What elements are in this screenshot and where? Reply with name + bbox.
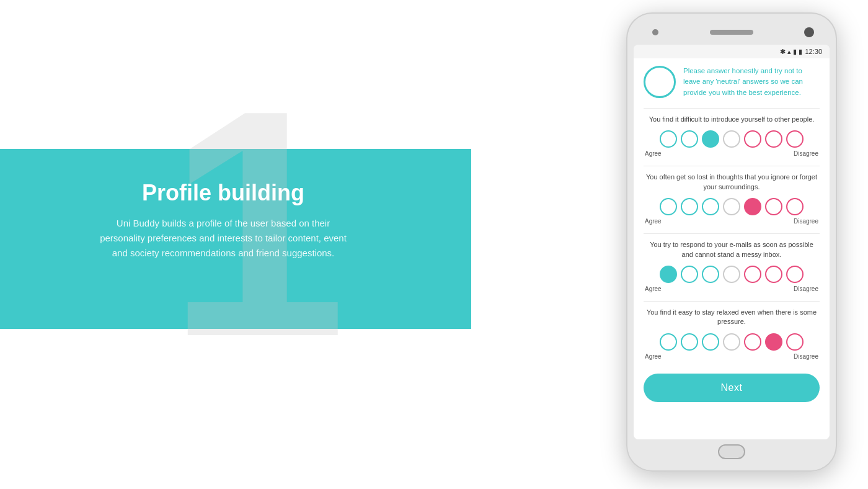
scale-circle-3-7[interactable] [786, 266, 804, 283]
scale-circle-2-1[interactable] [660, 198, 677, 215]
home-button[interactable] [718, 444, 745, 459]
scale-row-4[interactable] [644, 333, 820, 351]
agree-label-1: Agree [645, 150, 662, 157]
scale-circle-1-6[interactable] [765, 130, 782, 148]
scale-circle-3-5[interactable] [744, 266, 761, 283]
panel-description: Uni Buddy builds a profile of the user b… [93, 216, 353, 261]
scale-circle-1-3[interactable] [702, 130, 719, 148]
scale-circle-2-7[interactable] [786, 198, 804, 215]
scale-circle-2-4[interactable] [723, 198, 740, 215]
scale-row-2[interactable] [644, 198, 820, 215]
disagree-label-3: Disagree [794, 285, 818, 292]
scale-circle-3-3[interactable] [702, 266, 719, 283]
screen-content: Please answer honestly and try not to le… [634, 58, 830, 439]
bluetooth-icon: ✱ [780, 48, 786, 56]
scale-circle-3-2[interactable] [681, 266, 698, 283]
scale-circle-2-2[interactable] [681, 198, 698, 215]
speaker-icon [710, 30, 753, 35]
intro-header: Please answer honestly and try not to le… [644, 66, 820, 98]
divider-2 [644, 166, 820, 166]
status-bar: ✱ ▴ ▮ ▮ 12:30 [634, 45, 830, 58]
scale-labels-2: Agree Disagree [644, 218, 820, 225]
scale-circle-4-2[interactable] [681, 333, 698, 351]
left-panel: Profile building Uni Buddy builds a prof… [93, 180, 353, 261]
scale-circle-1-2[interactable] [681, 130, 698, 148]
phone-mockup: ✱ ▴ ▮ ▮ 12:30 Please answer honestly and… [626, 12, 837, 472]
phone-top-bar [634, 20, 830, 45]
next-button[interactable]: Next [644, 374, 820, 402]
scale-circle-1-1[interactable] [660, 130, 677, 148]
agree-label-3: Agree [645, 285, 662, 292]
logo-circle [644, 66, 676, 98]
question-text-3: You try to respond to your e-mails as so… [644, 240, 820, 259]
disagree-label-2: Disagree [794, 218, 818, 225]
question-block-3: You try to respond to your e-mails as so… [644, 240, 820, 292]
scale-row-1[interactable] [644, 130, 820, 148]
battery-icon: ▮ [799, 48, 802, 56]
time-display: 12:30 [805, 48, 822, 55]
divider-3 [644, 233, 820, 234]
scale-circle-1-4[interactable] [723, 130, 740, 148]
scale-circle-1-7[interactable] [786, 130, 804, 148]
divider-1 [644, 108, 820, 109]
intro-text: Please answer honestly and try not to le… [683, 66, 820, 98]
scale-labels-1: Agree Disagree [644, 150, 820, 157]
scale-circle-1-5[interactable] [744, 130, 761, 148]
scale-circle-4-7[interactable] [786, 333, 804, 351]
agree-label-2: Agree [645, 218, 662, 225]
scale-circle-3-1[interactable] [660, 266, 677, 283]
disagree-label-4: Disagree [794, 353, 818, 360]
scale-circle-4-5[interactable] [744, 333, 761, 351]
agree-label-4: Agree [645, 353, 662, 360]
question-block-1: You find it difficult to introduce yours… [644, 115, 820, 157]
question-text-1: You find it difficult to introduce yours… [644, 115, 820, 124]
phone-bottom [634, 439, 830, 464]
wifi-icon: ▴ [787, 48, 791, 56]
question-block-2: You often get so lost in thoughts that y… [644, 173, 820, 225]
scale-labels-3: Agree Disagree [644, 285, 820, 292]
scale-circle-4-4[interactable] [723, 333, 740, 351]
scale-circle-3-6[interactable] [765, 266, 782, 283]
camera-left-icon [652, 29, 658, 35]
scale-circle-3-4[interactable] [723, 266, 740, 283]
question-text-2: You often get so lost in thoughts that y… [644, 173, 820, 192]
scale-circle-2-5[interactable] [744, 198, 761, 215]
status-icons: ✱ ▴ ▮ ▮ [780, 48, 802, 56]
scale-circle-4-1[interactable] [660, 333, 677, 351]
scale-circle-2-3[interactable] [702, 198, 719, 215]
question-text-4: You find it easy to stay relaxed even wh… [644, 308, 820, 327]
disagree-label-1: Disagree [794, 150, 818, 157]
signal-icon: ▮ [793, 48, 797, 56]
scale-row-3[interactable] [644, 266, 820, 283]
scale-circle-4-6[interactable] [765, 333, 782, 351]
divider-4 [644, 301, 820, 302]
phone-outer: ✱ ▴ ▮ ▮ 12:30 Please answer honestly and… [626, 12, 837, 472]
panel-title: Profile building [93, 180, 353, 206]
scale-circle-2-6[interactable] [765, 198, 782, 215]
scale-circle-4-3[interactable] [702, 333, 719, 351]
phone-screen: ✱ ▴ ▮ ▮ 12:30 Please answer honestly and… [634, 45, 830, 439]
question-block-4: You find it easy to stay relaxed even wh… [644, 308, 820, 360]
scale-labels-4: Agree Disagree [644, 353, 820, 360]
camera-right-icon [804, 27, 814, 37]
